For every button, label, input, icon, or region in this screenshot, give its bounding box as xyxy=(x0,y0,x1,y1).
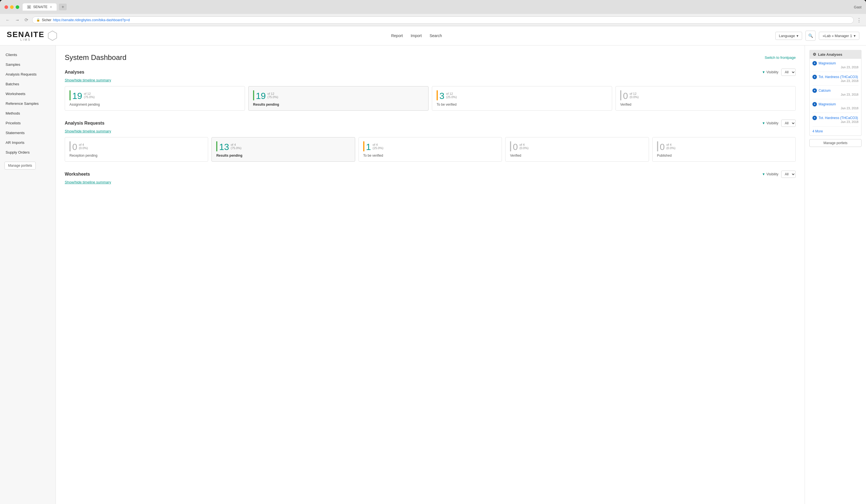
ar-card-published: 0 of 4 (0.0%) Published xyxy=(652,137,796,162)
ar-bar-gray-2 xyxy=(510,141,511,151)
analyses-toverify-detail: of 12 (25.0%) xyxy=(446,92,457,99)
tab-favicon: S xyxy=(27,5,31,9)
analyses-controls: ▼ Visibility All xyxy=(762,69,796,76)
ar-stats-row: 0 of 4 (0.0%) Reception pending xyxy=(65,137,796,162)
more-options-icon[interactable]: ⋮ xyxy=(856,17,862,23)
analyses-assignment-detail: of 12 (75.0%) xyxy=(84,92,95,99)
nav-search[interactable]: Search xyxy=(430,33,442,38)
analyses-stats-row: 19 of 12 (75.0%) Assignment pending xyxy=(65,86,796,111)
ar-verified-label: Verified xyxy=(510,153,644,158)
browser-titlebar: S SENAITE ✕ + Gast xyxy=(0,0,866,14)
tab-close-icon[interactable]: ✕ xyxy=(50,5,52,9)
sidebar-item-methods[interactable]: Methods xyxy=(0,108,56,118)
sidebar-item-statements[interactable]: Statements xyxy=(0,128,56,138)
manage-portlets-right-button[interactable]: Manage portlets xyxy=(809,139,862,147)
analyses-results-detail: of 12 (75.0%) xyxy=(268,92,278,99)
more-link[interactable]: 4 More xyxy=(812,129,858,133)
portlet-link-text-2: Calcium xyxy=(819,89,831,93)
minimize-button[interactable] xyxy=(10,5,14,9)
ar-results-number: 13 xyxy=(219,142,229,151)
reload-button[interactable]: ⟳ xyxy=(23,16,29,24)
portlet-link-4[interactable]: ✦ Tot. Hardness (THCaCO3) xyxy=(812,116,858,120)
portlet-date-3: Jun 23, 2018 xyxy=(812,106,858,110)
logo-hex-icon xyxy=(47,31,58,41)
app-container: SENAITE LIMS Report Import Search Langua… xyxy=(0,26,866,504)
sidebar-item-pricelists[interactable]: Pricelists xyxy=(0,118,56,128)
language-button[interactable]: Language ▾ xyxy=(775,32,802,40)
sidebar-item-samples[interactable]: Samples xyxy=(0,60,56,69)
ar-verified-number: 0 xyxy=(513,142,518,151)
back-button[interactable]: ← xyxy=(4,16,11,24)
analyses-timeline-link[interactable]: Show/hide timeline summary xyxy=(65,78,796,82)
active-tab[interactable]: S SENAITE ✕ xyxy=(23,3,57,11)
sidebar-item-supply-orders[interactable]: Supply Orders xyxy=(0,148,56,157)
ar-visibility-button[interactable]: ▼ Visibility xyxy=(762,121,778,125)
analyses-verified-number: 3 xyxy=(440,91,444,100)
switch-to-frontpage-link[interactable]: Switch to frontpage xyxy=(765,56,796,60)
analyses-card-verified: 0 of 12 (0.0%) Verified xyxy=(615,86,796,111)
portlet-header: ⚙ Late Analyses xyxy=(809,50,862,59)
language-dropdown-icon: ▾ xyxy=(797,34,799,38)
stat-bar-orange xyxy=(437,90,438,100)
svg-marker-0 xyxy=(48,31,57,41)
forward-button[interactable]: → xyxy=(14,16,21,24)
portlet-item-0: ✦ Magnesium Jun 23, 2018 xyxy=(812,61,858,72)
secure-icon: 🔒 xyxy=(36,18,40,22)
ar-results-detail: of 4 (75.0%) xyxy=(231,143,242,150)
url-display: https://senaite.ridingbytes.com/bika-das… xyxy=(53,18,130,22)
ar-toverify-label: To be verified xyxy=(363,153,497,158)
portlet-item-2: ✦ Calcium Jun 23, 2018 xyxy=(812,88,858,99)
sidebar-item-batches[interactable]: Batches xyxy=(0,79,56,89)
content-area: System Dashboard Switch to frontpage Ana… xyxy=(56,45,804,504)
portlet-item-3: ✦ Magnesium Jun 23, 2018 xyxy=(812,102,858,113)
manage-portlets-sidebar-button[interactable]: Manage portlets xyxy=(4,162,36,170)
portlet-link-1[interactable]: ✦ Tot. Hardness (THCaCO3) xyxy=(812,75,858,79)
analyses-visibility-button[interactable]: ▼ Visibility xyxy=(762,70,778,74)
portlet-link-3[interactable]: ✦ Magnesium xyxy=(812,102,858,106)
sidebar-item-reference-samples[interactable]: Reference Samples xyxy=(0,99,56,108)
ar-filter-select[interactable]: All xyxy=(781,119,796,127)
analyses-assignment-label: Assignment pending xyxy=(69,103,240,106)
portlet-item-icon-0: ✦ xyxy=(812,61,817,66)
sidebar-item-ar-imports[interactable]: AR Imports xyxy=(0,138,56,148)
page-header: System Dashboard Switch to frontpage xyxy=(65,53,796,62)
analyses-section-header: Analyses ▼ Visibility All xyxy=(65,69,796,76)
ws-visibility-button[interactable]: ▼ Visibility xyxy=(762,172,778,176)
ar-results-label: Results pending xyxy=(216,153,350,158)
search-icon: 🔍 xyxy=(808,33,813,38)
new-tab-button[interactable]: + xyxy=(59,4,67,10)
portlet-body: ✦ Magnesium Jun 23, 2018 ✦ Tot. Hardness… xyxy=(809,59,862,136)
browser-window: S SENAITE ✕ + Gast ← → ⟳ 🔒 Sicher https:… xyxy=(0,0,866,504)
nav-report[interactable]: Report xyxy=(391,33,403,38)
logo-text-wrap: SENAITE LIMS xyxy=(7,30,44,41)
ar-visibility-icon: ▼ xyxy=(762,121,765,125)
analyses-verified-label: Verified xyxy=(620,103,791,106)
user-nav-button[interactable]: »Lab » Manager 1 ▾ xyxy=(819,32,859,40)
maximize-button[interactable] xyxy=(15,5,19,9)
analyses-visibility-label: Visibility xyxy=(766,70,778,74)
address-input[interactable]: 🔒 Sicher https://senaite.ridingbytes.com… xyxy=(32,16,854,24)
portlet-link-0[interactable]: ✦ Magnesium xyxy=(812,61,858,66)
ws-controls: ▼ Visibility All xyxy=(762,171,796,178)
ws-timeline-link[interactable]: Show/hide timeline summary xyxy=(65,180,796,184)
portlet-item-4: ✦ Tot. Hardness (THCaCO3) Jun 23, 2018 xyxy=(812,116,858,127)
sidebar-item-worksheets[interactable]: Worksheets xyxy=(0,89,56,99)
ar-timeline-link[interactable]: Show/hide timeline summary xyxy=(65,129,796,133)
analyses-verified-detail: of 12 (0.0%) xyxy=(630,92,639,99)
sidebar-item-clients[interactable]: Clients xyxy=(0,50,56,60)
portlet-link-2[interactable]: ✦ Calcium xyxy=(812,88,858,93)
close-button[interactable] xyxy=(4,5,8,9)
logo-sub: LIMS xyxy=(7,38,44,41)
nav-import[interactable]: Import xyxy=(411,33,422,38)
portlet-title: Late Analyses xyxy=(818,53,842,57)
main-nav: Report Import Search xyxy=(391,33,442,38)
analyses-assignment-number: 19 xyxy=(72,91,82,100)
ws-visibility-icon: ▼ xyxy=(762,172,765,176)
ar-bar-green xyxy=(216,141,217,151)
sidebar-item-analysis-requests[interactable]: Analysis Requests xyxy=(0,69,56,79)
ar-section-header: Analysis Requests ▼ Visibility All xyxy=(65,119,796,127)
analyses-filter-select[interactable]: All xyxy=(781,69,796,76)
analyses-card-assignment-pending: 19 of 12 (75.0%) Assignment pending xyxy=(65,86,245,111)
search-icon-button[interactable]: 🔍 xyxy=(806,31,815,41)
ws-filter-select[interactable]: All xyxy=(781,171,796,178)
